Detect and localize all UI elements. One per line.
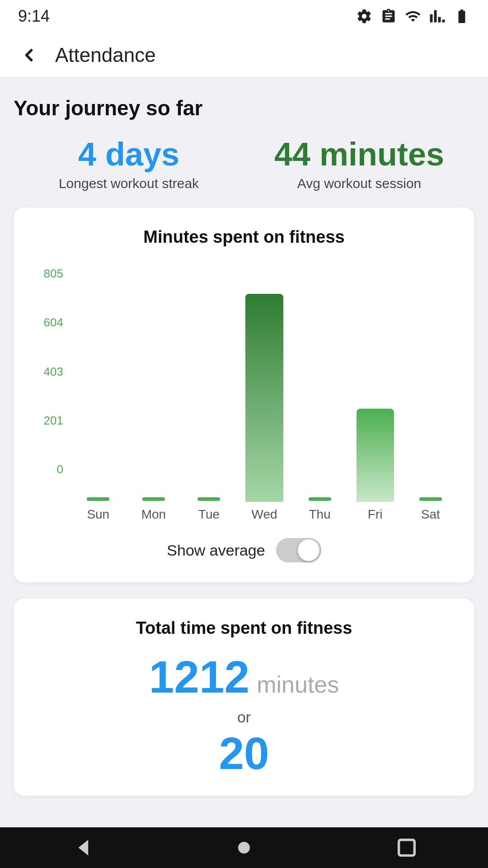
x-label-tue: Tue: [181, 502, 237, 522]
x-label-fri: Fri: [347, 502, 403, 522]
avg-session-value: 44 minutes: [274, 137, 444, 172]
nav-home-icon: [232, 836, 256, 859]
svg-marker-0: [79, 840, 89, 856]
x-label-mon: Mon: [126, 502, 182, 522]
bar-stub-sun: [87, 497, 109, 501]
avg-session-stat: 44 minutes Avg workout session: [244, 137, 474, 191]
bar-group-wed: [237, 294, 292, 502]
toggle-knob: [298, 539, 319, 561]
nav-bar: [0, 827, 488, 868]
nav-back-icon: [70, 836, 93, 859]
total-number: 1212: [149, 654, 249, 699]
x-labels-inner: SunMonTueWedThuFriSat: [70, 502, 458, 522]
signal-icon: [429, 8, 446, 24]
y-label-604: 604: [44, 316, 63, 330]
bar-group-fri: [347, 294, 403, 502]
status-time: 9:14: [18, 7, 50, 26]
bar-group-sun: [70, 294, 126, 502]
x-label-sun: Sun: [70, 502, 126, 522]
y-label-0: 0: [57, 462, 63, 476]
svg-point-1: [238, 842, 250, 854]
total-card: Total time spent on fitness 1212 minutes…: [14, 599, 474, 796]
bar-group-sat: [403, 294, 458, 502]
show-average-label: Show average: [167, 542, 265, 559]
back-arrow-icon: [19, 45, 39, 65]
x-labels: SunMonTueWedThuFriSat: [30, 502, 458, 522]
chart-area: 805 604 403 201 0: [30, 267, 458, 502]
avg-session-label: Avg workout session: [297, 176, 422, 191]
total-hours-row: 20: [30, 731, 458, 776]
nav-back-button[interactable]: [63, 830, 99, 866]
bar-group-tue: [181, 294, 237, 502]
bar-wed: [245, 294, 283, 502]
y-axis: 805 604 403 201 0: [30, 267, 70, 502]
or-text: or: [30, 708, 458, 726]
chart-card: Minutes spent on fitness 805 604 403 201…: [14, 208, 474, 582]
bar-group-thu: [292, 294, 347, 502]
y-label-201: 201: [44, 414, 63, 428]
clipboard-icon: [380, 8, 397, 24]
show-average-toggle[interactable]: [276, 538, 321, 562]
battery-icon: [454, 8, 470, 24]
status-icons: [356, 8, 470, 24]
bar-group-mon: [126, 294, 182, 502]
y-label-805: 805: [44, 267, 63, 281]
bar-stub-thu: [309, 497, 331, 501]
total-title: Total time spent on fitness: [30, 618, 458, 638]
bar-fri: [357, 409, 394, 502]
nav-home-button[interactable]: [226, 830, 262, 866]
x-label-wed: Wed: [237, 502, 292, 522]
bar-stub-mon: [142, 497, 165, 501]
bars-container: [70, 267, 458, 502]
bar-stub-tue: [197, 497, 220, 501]
streak-value: 4 days: [78, 137, 179, 172]
top-bar: Attendance: [0, 33, 488, 78]
x-label-sat: Sat: [403, 502, 458, 522]
nav-square-button[interactable]: [389, 830, 425, 866]
streak-label: Longest workout streak: [59, 176, 199, 191]
bar-stub-sat: [419, 497, 442, 501]
page-title: Attendance: [55, 44, 156, 66]
wifi-icon: [405, 8, 421, 24]
bars-row: [70, 267, 458, 502]
main-content: Your journey so far 4 days Longest worko…: [0, 78, 488, 830]
total-unit: minutes: [257, 671, 339, 698]
journey-stats: 4 days Longest workout streak 44 minutes…: [14, 137, 474, 191]
streak-stat: 4 days Longest workout streak: [14, 137, 244, 191]
back-button[interactable]: [16, 42, 42, 68]
settings-icon: [356, 8, 372, 24]
status-bar: 9:14: [0, 0, 488, 33]
chart-title: Minutes spent on fitness: [30, 227, 458, 247]
journey-heading: Your journey so far: [14, 96, 474, 120]
svg-rect-2: [399, 840, 415, 856]
nav-square-icon: [395, 836, 418, 859]
total-minutes-row: 1212 minutes: [30, 654, 458, 699]
y-label-403: 403: [44, 365, 63, 379]
total-hours-number: 20: [219, 731, 269, 776]
toggle-row: Show average: [30, 538, 458, 562]
x-label-thu: Thu: [292, 502, 347, 522]
